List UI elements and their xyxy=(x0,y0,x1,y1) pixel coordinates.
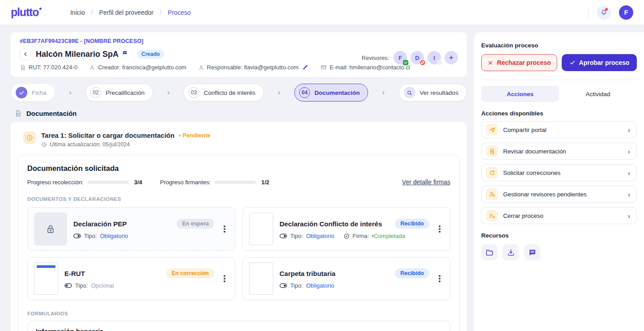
tab-actividad[interactable]: Actividad xyxy=(559,86,637,102)
company-name: Halcón Milenario SpA xyxy=(36,50,119,59)
breadcrumb-separator: / xyxy=(160,9,161,16)
tipo-value: Obligatorio xyxy=(306,282,334,289)
responsible-value: Responsable: flavia@getplutto.com xyxy=(207,64,299,71)
reviewer-rejected-icon xyxy=(420,60,425,65)
step-precalificacion[interactable]: 02 Precalificación xyxy=(85,84,153,102)
back-button[interactable] xyxy=(20,48,31,60)
document-thumbnail xyxy=(34,263,58,295)
document-card-conflicto-interes: Declaración Conflicto de interés Recibid… xyxy=(242,207,450,251)
action-gestionar-revisores[interactable]: Gestionar revisores pendientes xyxy=(481,186,637,203)
navbar-divider xyxy=(588,7,589,18)
responsible-field: Responsable: flavia@getplutto.com xyxy=(198,64,309,71)
action-label: Solicitar correcciones xyxy=(503,170,623,176)
form-card-informacion-bancaria: Información bancaria Recibido xyxy=(27,321,450,331)
task-last-update-text: Última actualización: 05/jul/2024 xyxy=(50,141,130,148)
search-icon xyxy=(404,87,415,98)
edit-responsible-icon[interactable] xyxy=(302,64,309,71)
progress-row: Progreso recolección: 3/4 Progreso firma… xyxy=(27,178,450,186)
chevron-right-icon xyxy=(382,89,385,97)
requested-documentation-card: Documentación solicitada Progreso recole… xyxy=(18,155,460,331)
task-status-badge: Pendiente xyxy=(179,132,210,139)
email-value: E-mail: hmilenario@contacto.cl xyxy=(330,64,410,71)
task-last-update: Última actualización: 05/jul/2024 xyxy=(41,141,210,148)
document-menu-button[interactable] xyxy=(436,223,444,235)
step-documentacion[interactable]: 04 Documentación xyxy=(294,84,368,102)
tipo-value: Obligatorio xyxy=(306,233,334,239)
step-ficha[interactable]: Ficha xyxy=(11,84,55,102)
progress-collection-value: 3/4 xyxy=(134,179,142,186)
document-icon xyxy=(14,110,22,117)
plutto-logo-text: plutto xyxy=(11,6,38,18)
seal-check-icon xyxy=(343,233,350,239)
action-solicitar-correcciones[interactable]: Solicitar correcciones xyxy=(481,164,637,181)
breadcrumb: Inicio / Perfil del proveedor / Proceso xyxy=(70,9,191,16)
toggle-on-icon xyxy=(280,233,287,238)
sidebar-tabs: Acciones Actividad xyxy=(481,86,637,102)
tipo-label: Tipo: xyxy=(84,233,97,239)
reviewer-avatar-pending[interactable]: I xyxy=(428,51,441,64)
close-list-icon xyxy=(486,210,498,221)
step-conflicto-interes[interactable]: 03 Conflicto de interés xyxy=(183,84,264,102)
folder-icon[interactable] xyxy=(481,244,497,260)
reviewer-initial: F xyxy=(398,55,402,61)
user-search-icon xyxy=(486,188,498,200)
chevron-right-icon xyxy=(628,148,630,155)
notifications-button[interactable] xyxy=(597,5,611,20)
action-revisar-documentacion[interactable]: Revisar documentación xyxy=(481,143,637,160)
breadcrumb-proceso[interactable]: Proceso xyxy=(168,9,191,16)
breadcrumb-inicio[interactable]: Inicio xyxy=(70,9,85,16)
section-header: Documentación xyxy=(11,110,467,117)
add-reviewer-button[interactable]: + xyxy=(445,51,458,64)
page-body: #EB3F7AF99423C89E - [NOMBRE PROCESO] Hal… xyxy=(0,25,644,331)
task-title: Tarea 1: Solicitar o cargar documentació… xyxy=(41,132,174,139)
toggle-on-icon xyxy=(280,283,287,288)
tipo-label: Tipo: xyxy=(75,282,88,289)
step-ver-resultados[interactable]: Ver resultados xyxy=(399,84,467,102)
navbar-right: F xyxy=(588,5,633,20)
step-number: 02 xyxy=(90,87,101,98)
signatures-detail-link[interactable]: Ver detalle firmas xyxy=(402,178,450,186)
tipo-value: Obligatorio xyxy=(100,233,128,239)
evaluation-buttons: Rechazar proceso Aprobar proceso xyxy=(481,54,637,71)
action-label: Revisar documentación xyxy=(503,148,623,155)
document-menu-button[interactable] xyxy=(436,272,444,285)
reviewer-avatar-rejected[interactable]: D xyxy=(411,51,424,64)
toggle-off-icon xyxy=(64,283,72,288)
action-compartir-portal[interactable]: Compartir portal xyxy=(481,121,637,138)
main-column: #EB3F7AF99423C89E - [NOMBRE PROCESO] Hal… xyxy=(11,32,467,331)
sidebar-divider xyxy=(481,80,637,80)
check-icon xyxy=(16,87,27,98)
action-label: Gestionar revisores pendientes xyxy=(503,191,623,198)
tab-acciones[interactable]: Acciones xyxy=(481,86,559,102)
send-icon xyxy=(486,124,498,136)
action-cerrar-proceso[interactable]: Cerrar proceso xyxy=(481,207,637,224)
task-header: Tarea 1: Solicitar o cargar documentació… xyxy=(18,131,460,148)
creator-field: Creador: francisca@getplutto.com xyxy=(89,64,186,71)
evaluation-sidebar: Evaluación proceso Rechazar proceso Apro… xyxy=(474,32,644,331)
reviewer-pending-icon xyxy=(437,60,442,65)
progress-signers-group: Progreso firmantes: 1/2 xyxy=(160,179,270,186)
step-label: Ficha xyxy=(32,89,47,96)
reviewer-avatar-approved[interactable]: F xyxy=(394,51,407,64)
plutto-logo[interactable]: plutto xyxy=(11,6,42,19)
approve-process-button[interactable]: Aprobar proceso xyxy=(562,54,637,71)
download-icon[interactable] xyxy=(503,244,519,260)
document-card-declaracion-pep: Declaración PEP En espera Tipo: Obligato… xyxy=(27,207,235,251)
reject-process-button[interactable]: Rechazar proceso xyxy=(481,54,557,71)
top-navbar: plutto Inicio / Perfil del proveedor / P… xyxy=(0,0,644,25)
document-info: Declaración Conflicto de interés Recibid… xyxy=(280,219,429,239)
step-label: Ver resultados xyxy=(420,89,458,96)
document-info: Carpeta tributaria Recibido Tipo: Obliga… xyxy=(280,268,429,289)
document-name: E-RUT xyxy=(64,270,161,277)
document-menu-button[interactable] xyxy=(220,272,229,285)
person-icon xyxy=(198,64,204,71)
document-menu-button[interactable] xyxy=(220,223,229,235)
section-title: Documentación xyxy=(26,110,77,117)
documentation-panel: Tarea 1: Solicitar o cargar documentació… xyxy=(11,122,467,331)
actions-title: Acciones disponibles xyxy=(481,110,637,117)
user-avatar[interactable]: F xyxy=(619,5,633,20)
breadcrumb-perfil-proveedor[interactable]: Perfil del proveedor xyxy=(99,9,153,16)
x-icon xyxy=(487,60,493,66)
chat-icon[interactable] xyxy=(524,244,540,260)
reviewer-initial: D xyxy=(415,55,419,61)
